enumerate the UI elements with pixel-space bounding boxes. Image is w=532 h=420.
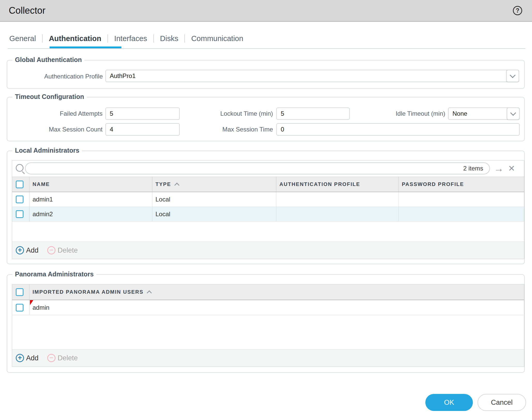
idle-timeout-select[interactable]: None (448, 107, 520, 120)
lockout-time-label: Lockout Time (min) (175, 107, 273, 120)
max-session-count-label: Max Session Count (7, 123, 103, 136)
sort-asc-icon (174, 183, 179, 188)
row-select-cell (12, 300, 29, 315)
tab-bar: General Authentication Interfaces Disks … (9, 31, 243, 46)
table-row[interactable]: admin1 Local (12, 192, 524, 207)
row-select-cell (12, 207, 29, 221)
cell-name: admin (29, 300, 524, 315)
cell-password-profile (399, 192, 524, 207)
cell-password-profile (399, 207, 524, 221)
max-session-time-label: Max Session Time (175, 123, 273, 136)
cell-auth-profile (276, 207, 399, 221)
max-session-time-input[interactable]: 0 (276, 123, 520, 136)
active-tab-underline (50, 46, 121, 48)
local-administrators-table: 2 items NAME TYPE AUTHENTICATION PROFILE… (12, 160, 524, 259)
select-all-cell (12, 284, 29, 300)
cell-type: Local (152, 192, 276, 207)
search-icon (16, 164, 24, 172)
table-empty-area (12, 222, 524, 242)
lockout-time-input[interactable]: 5 (276, 107, 350, 120)
cell-type: Local (152, 207, 276, 221)
failed-attempts-label: Failed Attempts (7, 107, 103, 120)
select-all-checkbox[interactable] (16, 181, 24, 188)
sort-asc-icon (147, 290, 152, 295)
delete-icon[interactable] (47, 246, 56, 254)
column-header-auth-profile[interactable]: AUTHENTICATION PROFILE (276, 177, 399, 192)
tab-authentication[interactable]: Authentication (49, 34, 101, 43)
section-title: Local Administrators (12, 147, 82, 154)
row-select-cell (12, 192, 29, 207)
cell-name: admin2 (29, 207, 152, 221)
table-row[interactable]: admin (12, 300, 524, 315)
tab-interfaces[interactable]: Interfaces (114, 34, 147, 43)
cell-auth-profile (276, 192, 399, 207)
local-administrators-section: Local Administrators 2 items NAME TYPE A… (7, 151, 525, 264)
section-title: Panorama Administrators (12, 270, 96, 278)
row-checkbox[interactable] (16, 196, 24, 203)
tab-general[interactable]: General (9, 34, 36, 43)
authentication-profile-select[interactable]: AuthPro1 (105, 70, 519, 82)
column-header-type[interactable]: TYPE (152, 177, 276, 192)
table-footer: Add Delete (12, 349, 524, 367)
dialog-title: Collector (9, 0, 45, 21)
apply-filter-arrow-icon[interactable] (494, 163, 504, 174)
delete-icon[interactable] (47, 354, 56, 362)
tab-separator (184, 34, 185, 43)
modified-flag-icon (30, 300, 33, 305)
table-search-bar: 2 items (12, 161, 524, 177)
failed-attempts-input[interactable]: 5 (105, 107, 180, 120)
panorama-administrators-section: Panorama Administrators IMPORTED PANORAM… (7, 274, 525, 373)
column-header-imported-users[interactable]: IMPORTED PANORAMA ADMIN USERS (29, 284, 524, 300)
search-input[interactable]: 2 items (25, 162, 490, 174)
row-checkbox[interactable] (16, 304, 24, 312)
add-button[interactable]: Add (26, 246, 38, 254)
max-session-count-input[interactable]: 4 (105, 123, 180, 136)
add-icon[interactable] (16, 246, 24, 254)
tab-communication[interactable]: Communication (191, 34, 243, 43)
section-title: Timeout Configuration (12, 93, 87, 100)
delete-button[interactable]: Delete (58, 246, 78, 254)
delete-button[interactable]: Delete (58, 354, 78, 362)
help-icon[interactable] (513, 6, 522, 15)
timeout-configuration-section: Timeout Configuration Failed Attempts 5 … (7, 97, 525, 141)
panorama-administrators-table: IMPORTED PANORAMA ADMIN USERS admin Add … (12, 284, 524, 367)
column-header-name[interactable]: NAME (29, 177, 152, 192)
section-title: Global Authentication (12, 56, 84, 64)
select-all-cell (12, 177, 29, 192)
tab-separator (153, 34, 154, 43)
table-header-row: NAME TYPE AUTHENTICATION PROFILE PASSWOR… (12, 177, 524, 192)
table-empty-area (12, 315, 524, 349)
clear-filter-icon[interactable] (506, 163, 517, 174)
tab-separator (107, 34, 108, 43)
dialog-header: Collector (0, 0, 532, 22)
row-checkbox[interactable] (16, 210, 24, 218)
idle-timeout-label: Idle Timeout (min) (361, 107, 445, 120)
column-header-password-profile[interactable]: PASSWORD PROFILE (399, 177, 524, 192)
table-header-row: IMPORTED PANORAMA ADMIN USERS (12, 284, 524, 300)
tab-disks[interactable]: Disks (160, 34, 178, 43)
add-button[interactable]: Add (26, 354, 38, 362)
ok-button[interactable]: OK (425, 394, 473, 411)
select-all-checkbox[interactable] (16, 288, 24, 296)
items-count-badge: 2 items (463, 165, 483, 172)
tab-separator (42, 34, 43, 43)
table-row[interactable]: admin2 Local (12, 207, 524, 222)
global-authentication-section: Global Authentication Authentication Pro… (7, 60, 525, 89)
chevron-down-icon[interactable] (507, 107, 520, 120)
cancel-button[interactable]: Cancel (478, 394, 526, 411)
table-footer: Add Delete (12, 242, 524, 259)
authentication-profile-label: Authentication Profile (7, 70, 103, 83)
add-icon[interactable] (16, 354, 24, 362)
tab-bar-divider (8, 48, 525, 49)
chevron-down-icon[interactable] (506, 70, 519, 82)
cell-name: admin1 (29, 192, 152, 207)
authentication-profile-value: AuthPro1 (110, 70, 136, 82)
idle-timeout-value: None (452, 108, 467, 119)
collector-dialog: Collector General Authentication Interfa… (0, 0, 532, 420)
